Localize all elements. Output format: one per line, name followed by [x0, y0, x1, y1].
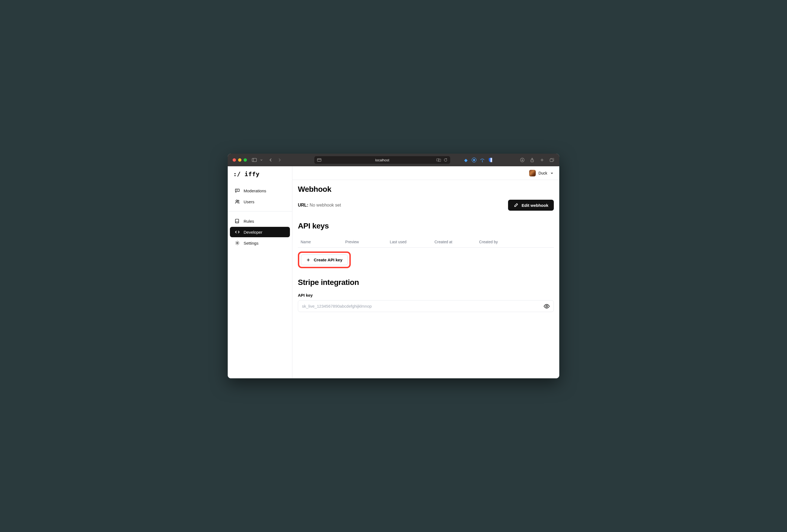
main-area: Duck Webhook URL: No webhook set — [292, 166, 559, 378]
reload-icon[interactable] — [444, 158, 447, 162]
nav-forward-icon[interactable] — [277, 157, 282, 163]
url-bar[interactable]: localhost — [314, 156, 450, 164]
avatar[interactable] — [529, 170, 536, 176]
new-tab-icon[interactable] — [539, 157, 545, 163]
edit-icon — [513, 203, 518, 208]
sidebar-item-label: Developer — [243, 230, 262, 234]
sidebar-item-users[interactable]: Users — [230, 196, 290, 207]
svg-rect-9 — [490, 158, 492, 162]
extension-umbrella-icon[interactable] — [480, 157, 485, 163]
edit-webhook-button[interactable]: Edit webhook — [508, 200, 554, 211]
window-zoom-button[interactable] — [243, 158, 247, 162]
sidebar-toggle-icon[interactable] — [252, 157, 257, 163]
code-icon — [235, 230, 240, 234]
window-close-button[interactable] — [233, 158, 236, 162]
svg-point-20 — [238, 200, 239, 201]
sidebar-item-label: Settings — [243, 241, 258, 246]
webhook-url-row: URL: No webhook set — [298, 203, 341, 208]
api-keys-table-header: Name Preview Last used Created at Create… — [298, 236, 554, 248]
webhook-heading: Webhook — [298, 185, 554, 194]
top-bar: Duck — [292, 166, 559, 180]
svg-rect-2 — [317, 158, 321, 161]
webhook-url-value: No webhook set — [310, 203, 341, 207]
api-keys-heading: API keys — [298, 221, 554, 230]
column-header: Preview — [345, 240, 390, 244]
traffic-lights — [233, 158, 247, 162]
book-icon — [235, 219, 240, 224]
edit-webhook-label: Edit webhook — [522, 203, 549, 208]
svg-text:⌘: ⌘ — [473, 158, 475, 162]
browser-chrome: localhost ◆ ⌘ — [228, 154, 559, 166]
sidebar-item-rules[interactable]: Rules — [230, 216, 290, 226]
window-minimize-button[interactable] — [238, 158, 241, 162]
sidebar-item-developer[interactable]: Developer — [230, 227, 290, 237]
column-header: Created by — [479, 240, 524, 244]
stripe-api-key-input[interactable] — [298, 300, 540, 312]
create-api-key-label: Create API key — [314, 257, 342, 262]
extension-diamond-icon[interactable]: ◆ — [463, 157, 468, 163]
svg-point-24 — [546, 305, 548, 307]
svg-point-19 — [236, 200, 238, 201]
sidebar-item-settings[interactable]: Settings — [230, 238, 290, 248]
stripe-api-key-field-wrap — [298, 300, 554, 312]
svg-rect-0 — [252, 158, 256, 162]
url-text: localhost — [375, 158, 389, 162]
chevron-down-icon[interactable] — [259, 157, 264, 163]
highlight-annotation: Create API key — [298, 252, 351, 268]
create-api-key-button[interactable]: Create API key — [301, 255, 348, 265]
extension-icons: ◆ ⌘ — [463, 157, 493, 163]
sidebar-separator — [228, 211, 292, 212]
webhook-url-label: URL: — [298, 203, 308, 207]
share-icon[interactable] — [530, 157, 535, 163]
nav-back-icon[interactable] — [268, 157, 273, 163]
column-header: Created at — [434, 240, 479, 244]
translate-icon[interactable] — [437, 158, 441, 162]
eye-icon — [544, 304, 550, 308]
users-icon — [235, 199, 240, 204]
extension-command-icon[interactable]: ⌘ — [472, 157, 476, 163]
extension-shield-icon[interactable] — [488, 157, 493, 163]
svg-point-21 — [237, 242, 238, 244]
downloads-icon[interactable] — [520, 157, 525, 163]
toggle-visibility-button[interactable] — [540, 304, 554, 308]
tabs-overview-icon[interactable] — [549, 157, 554, 163]
stripe-heading: Stripe integration — [298, 278, 554, 287]
user-name: Duck — [538, 171, 547, 175]
sidebar: :/ iffy Moderations Users — [228, 166, 292, 378]
chevron-down-icon[interactable] — [550, 171, 554, 175]
plus-icon — [306, 258, 311, 262]
gear-icon — [235, 240, 240, 246]
site-settings-icon[interactable] — [317, 158, 321, 162]
svg-rect-16 — [550, 159, 553, 162]
sidebar-item-label: Moderations — [243, 189, 267, 193]
stripe-field-label: API key — [298, 293, 554, 298]
column-header: Name — [301, 240, 345, 244]
message-x-icon — [235, 188, 240, 193]
sidebar-item-moderations[interactable]: Moderations — [230, 186, 290, 196]
sidebar-item-label: Rules — [243, 219, 254, 224]
browser-window: localhost ◆ ⌘ — [228, 154, 559, 378]
sidebar-item-label: Users — [243, 199, 254, 204]
app-logo: :/ iffy — [228, 166, 292, 182]
column-header: Last used — [390, 240, 434, 244]
